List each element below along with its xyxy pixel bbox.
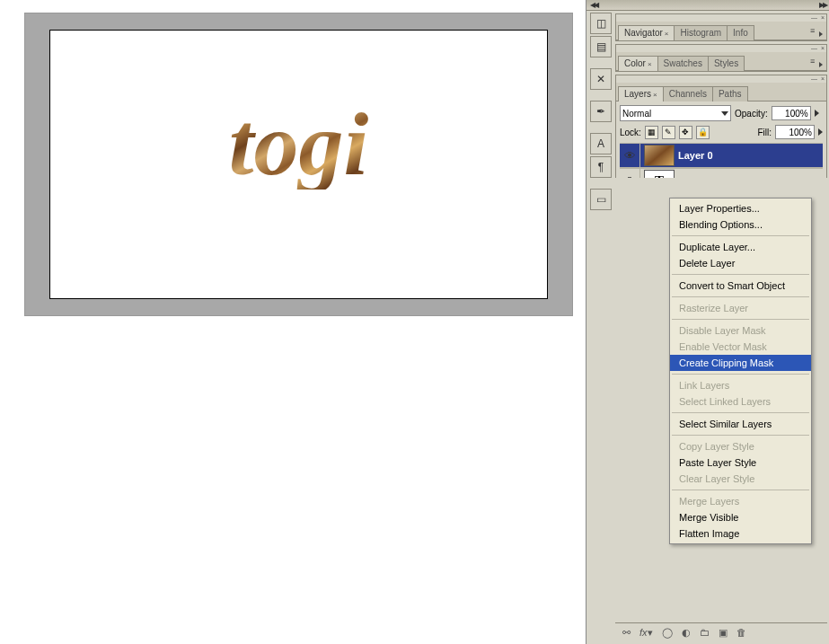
- tab-color[interactable]: Color×: [618, 56, 658, 71]
- menu-item: Enable Vector Mask: [670, 339, 811, 355]
- panel-icon-strip: ◫ ▤ ✕ ✒ A ¶ ▭: [590, 13, 613, 210]
- folder-icon[interactable]: 🗀: [700, 627, 710, 638]
- brush-icon[interactable]: ▤: [590, 36, 612, 57]
- panel-minimize-icon[interactable]: —: [811, 75, 817, 83]
- visibility-toggle-icon[interactable]: 👁: [620, 144, 640, 167]
- layer-context-menu: Layer Properties...Blending Options...Du…: [669, 198, 812, 544]
- tab-channels[interactable]: Channels: [663, 86, 713, 101]
- panel-menu-icon[interactable]: [812, 29, 823, 38]
- menu-separator: [672, 319, 809, 320]
- menu-item[interactable]: Flatten Image: [670, 525, 811, 542]
- para-icon[interactable]: ¶: [590, 156, 612, 178]
- dock-header: ◀◀ ▶▶: [586, 0, 829, 11]
- layers-footer: ⚯ fx▾ ◯ ◐ 🗀 ▣ 🗑: [615, 622, 827, 641]
- close-icon[interactable]: ×: [653, 91, 657, 99]
- menu-item[interactable]: Select Similar Layers: [670, 416, 811, 432]
- adjust-icon[interactable]: ◐: [682, 627, 691, 639]
- menu-item: Merge Layers: [670, 493, 811, 509]
- panel-menu-icon[interactable]: [812, 59, 823, 68]
- menu-item[interactable]: Blending Options...: [670, 216, 811, 233]
- panel-close-icon[interactable]: ×: [821, 14, 825, 22]
- menu-item[interactable]: Duplicate Layer...: [670, 239, 811, 255]
- lock-label: Lock:: [620, 128, 641, 137]
- opacity-label: Opacity:: [735, 109, 768, 119]
- panel-navigator: —× Navigator× Histogram Info: [615, 13, 827, 41]
- menu-item: Rasterize Layer: [670, 300, 811, 316]
- menu-item[interactable]: Paste Layer Style: [670, 454, 811, 471]
- lock-position-icon[interactable]: ✥: [679, 126, 692, 139]
- panel-minimize-icon[interactable]: —: [811, 14, 817, 22]
- navigator-icon[interactable]: ◫: [590, 13, 612, 34]
- fill-label: Fill:: [757, 128, 772, 137]
- panel-close-icon[interactable]: ×: [821, 75, 825, 83]
- menu-item[interactable]: Convert to Smart Object: [670, 278, 811, 294]
- panel-minimize-icon[interactable]: —: [811, 45, 817, 52]
- opacity-slider-icon[interactable]: [815, 110, 819, 117]
- layer-thumbnail[interactable]: [644, 145, 675, 166]
- menu-separator: [672, 296, 809, 297]
- lock-pixels-icon[interactable]: ✎: [662, 126, 675, 139]
- canvas-area: togi: [24, 13, 573, 316]
- dock-collapse-right-icon[interactable]: ▶▶: [819, 1, 826, 9]
- menu-item: Clear Layer Style: [670, 471, 811, 487]
- dock-collapse-left-icon[interactable]: ◀◀: [590, 1, 597, 9]
- close-icon[interactable]: ×: [648, 60, 652, 68]
- menu-item: Select Linked Layers: [670, 393, 811, 410]
- menu-item[interactable]: Layer Properties...: [670, 200, 811, 216]
- lock-transparent-icon[interactable]: ▦: [645, 126, 658, 139]
- menu-item[interactable]: Merge Visible: [670, 509, 811, 525]
- menu-separator: [672, 490, 809, 490]
- panel-close-icon[interactable]: ×: [821, 45, 825, 52]
- tab-navigator[interactable]: Navigator×: [618, 25, 675, 40]
- document-canvas[interactable]: togi: [49, 30, 548, 299]
- menu-item: Disable Layer Mask: [670, 322, 811, 339]
- new-layer-icon[interactable]: ▣: [719, 627, 728, 639]
- tools-icon[interactable]: ✕: [590, 68, 612, 90]
- menu-separator: [672, 412, 809, 413]
- link-icon[interactable]: ⚯: [622, 627, 631, 639]
- char-a-icon[interactable]: A: [590, 133, 612, 154]
- lock-all-icon[interactable]: 🔒: [696, 126, 710, 139]
- menu-item[interactable]: Delete Layer: [670, 255, 811, 271]
- mask-icon[interactable]: ◯: [662, 627, 673, 639]
- menu-item: Link Layers: [670, 377, 811, 393]
- layer-row[interactable]: 👁Layer 0: [620, 143, 823, 168]
- menu-separator: [672, 274, 809, 275]
- pen-icon[interactable]: ✒: [590, 101, 612, 122]
- blend-mode-select[interactable]: Normal: [620, 105, 731, 121]
- menu-item[interactable]: Create Clipping Mask: [670, 355, 811, 371]
- close-icon[interactable]: ×: [665, 30, 669, 38]
- menu-separator: [672, 374, 809, 375]
- trash-icon[interactable]: 🗑: [736, 627, 746, 638]
- text-layer-togi: togi: [229, 100, 369, 190]
- fx-icon[interactable]: fx▾: [639, 627, 653, 639]
- opacity-input[interactable]: 100%: [772, 106, 811, 120]
- panel-color: —× Color× Swatches Styles: [615, 44, 827, 72]
- tab-histogram[interactable]: Histogram: [674, 25, 728, 40]
- fill-slider-icon[interactable]: [818, 128, 823, 136]
- fill-input[interactable]: 100%: [775, 125, 815, 139]
- tab-paths[interactable]: Paths: [712, 86, 748, 101]
- tab-swatches[interactable]: Swatches: [657, 56, 709, 71]
- menu-separator: [672, 435, 809, 436]
- layer-name[interactable]: Layer 0: [678, 150, 713, 161]
- menu-separator: [672, 235, 809, 236]
- chevron-down-icon: [721, 111, 728, 116]
- tab-styles[interactable]: Styles: [708, 56, 745, 71]
- tab-info[interactable]: Info: [727, 25, 754, 40]
- menu-item: Copy Layer Style: [670, 438, 811, 454]
- doc-icon[interactable]: ▭: [590, 189, 612, 210]
- tab-layers[interactable]: Layers×: [618, 86, 664, 101]
